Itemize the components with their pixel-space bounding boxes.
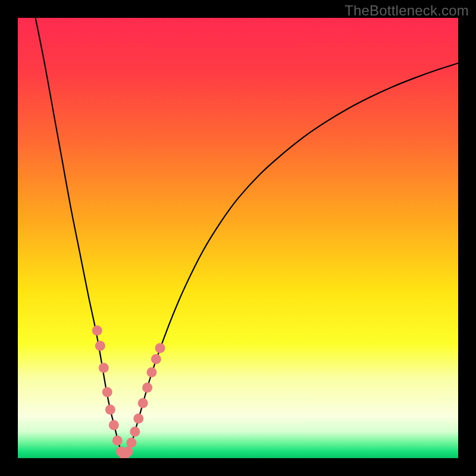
marker-point	[102, 387, 112, 397]
marker-point	[130, 427, 140, 437]
marker-point	[123, 446, 133, 456]
marker-point	[133, 414, 143, 424]
marker-point	[112, 436, 123, 446]
gradient-background	[18, 18, 458, 458]
marker-point	[151, 354, 161, 364]
bottleneck-chart	[18, 18, 458, 458]
marker-point	[95, 341, 105, 351]
marker-point	[146, 367, 156, 377]
marker-point	[142, 383, 152, 393]
marker-point	[155, 343, 165, 353]
chart-frame: TheBottleneck.com	[0, 0, 476, 476]
marker-point	[99, 363, 109, 373]
marker-point	[105, 405, 115, 415]
marker-point	[109, 420, 119, 430]
marker-point	[138, 398, 148, 408]
marker-point	[126, 438, 136, 448]
plot-area	[18, 18, 458, 458]
marker-point	[92, 325, 102, 336]
watermark-text: TheBottleneck.com	[345, 2, 469, 19]
